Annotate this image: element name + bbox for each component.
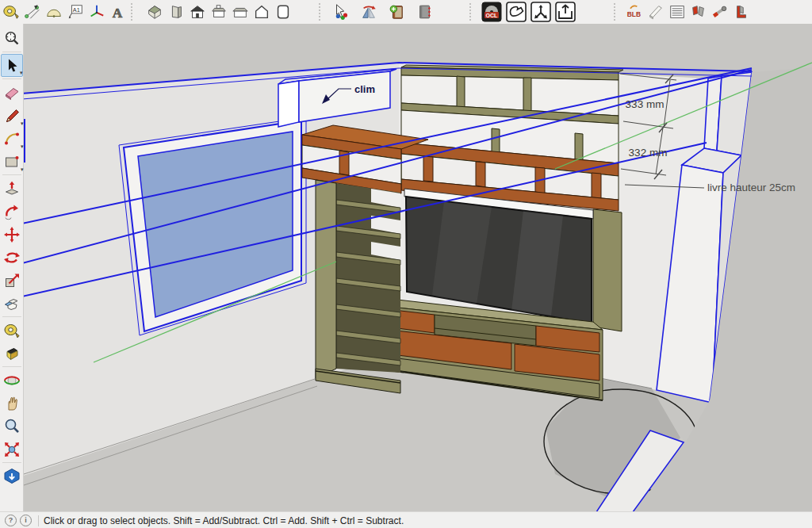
library-button[interactable] [413,2,435,23]
blb-bois-icon: BLB [626,3,643,21]
sketchup-app-window: A1 A OCL [0,0,812,528]
get-models-icon [3,468,21,485]
rectangle-icon [3,153,21,170]
zoom-extents-tool-button[interactable] [1,438,23,461]
orbit-tool-button[interactable] [1,369,23,392]
tape-measure-tool-button[interactable] [0,2,21,23]
add-library-icon [388,3,405,21]
toolbar-grip[interactable] [319,3,324,21]
text-tool-button[interactable]: A1 [64,2,86,23]
get-models-button[interactable] [1,465,23,488]
select-components-button[interactable] [330,2,351,23]
statusbar-separator [38,515,39,526]
toolbar-grip[interactable] [131,3,136,21]
toolbar-separator [2,52,21,52]
edge-piece-button[interactable] [730,2,752,23]
axes-tool-button[interactable] [86,2,107,23]
top-toolbar: A1 A OCL [0,0,812,25]
view-top-button[interactable] [272,2,293,23]
brown-divider [592,173,601,198]
opencutlist-icon: OCL [481,2,502,22]
cursor-components-icon [332,3,350,21]
toolbar-separator [2,462,21,463]
pan-tool-button[interactable] [1,392,23,415]
assembly-parts-button[interactable] [688,2,709,23]
line-tool-button[interactable]: ▾ [1,104,23,127]
add-to-library-button[interactable] [385,2,407,23]
view-iso-icon [146,3,163,21]
dimension-332: 332 mm [629,147,668,159]
pencil-icon [3,107,21,124]
flip-mirror-button[interactable] [358,2,379,23]
move-tool-button[interactable] [1,223,23,246]
toolbar-group-opencutlist: OCL [481,0,576,24]
flip-mirror-icon [360,3,377,21]
toolbar-separator [2,78,21,79]
view-iso-button[interactable] [144,2,165,23]
help-icon[interactable]: ? [5,515,17,526]
info-icon[interactable]: i [20,515,32,526]
arc-icon [3,130,21,147]
tape-measure-tool-button-left[interactable] [1,319,23,342]
export-box-icon [555,2,576,22]
bookcase-side-panel[interactable] [316,180,336,378]
opencutlist-button[interactable]: OCL [481,2,502,23]
chevron-down-icon[interactable]: ▾ [21,121,24,126]
push-pull-tool-button[interactable] [1,177,23,200]
clim-box-end[interactable] [278,81,299,127]
panel-lines-button[interactable] [666,2,688,23]
spread-arrows-button[interactable] [530,2,551,23]
board-icon [647,3,665,21]
edge-piece-icon [733,3,750,21]
ocl-label: OCL [485,13,498,18]
dimension-tool-button[interactable] [21,2,43,23]
toolbar-grip[interactable] [469,3,475,21]
axes-icon [88,3,105,21]
chevron-down-icon[interactable]: ▾ [21,143,24,149]
view-front-outline-icon [253,3,270,21]
rectangle-tool-button[interactable]: ▾ [1,150,23,173]
toolbar-separator [2,316,21,317]
view-front-button[interactable] [186,2,208,23]
screw-dowel-icon [711,3,729,21]
section-plane-tool-button[interactable] [1,292,23,315]
board-button[interactable] [645,2,666,23]
clim-label: clim [354,83,375,95]
dimension-333: 333 mm [626,98,665,110]
3d-text-tool-button[interactable]: A [107,2,128,23]
scale-icon [3,272,21,289]
status-bar: ? i Click or drag to select objects. Shi… [0,511,812,528]
toolbar-group-select-ext [330,0,435,24]
paint-bucket-tool-button[interactable] [1,342,23,365]
blb-bois-button[interactable]: BLB [623,2,645,23]
follow-me-tool-button[interactable] [1,200,23,223]
eraser-tool-button[interactable] [1,81,23,104]
arc-tool-button[interactable]: ▾ [1,127,23,150]
paint-wrap-button[interactable] [505,2,527,23]
zoom-extents-icon [3,441,21,458]
3d-viewport[interactable]: 333 mm 332 mm livre hauteur 25cm clim [24,24,812,512]
chevron-down-icon[interactable]: ▾ [21,166,24,172]
orbit-icon [3,372,21,389]
scale-tool-button[interactable] [1,269,23,292]
view-top-3d-button[interactable] [165,2,186,23]
zoom-window-tool-button[interactable] [1,27,23,50]
protractor-tool-button[interactable] [43,2,64,23]
zoom-icon [3,418,21,435]
rotate-tool-button[interactable] [1,246,23,269]
toolbar-group-measure: A1 A [0,0,128,24]
spread-arrows-icon [530,2,551,22]
view-front-outline-button[interactable] [251,2,272,23]
screw-dowel-button[interactable] [709,2,730,23]
chevron-down-icon[interactable]: ▾ [20,70,23,75]
view-left-button[interactable] [229,2,251,23]
export-box-button[interactable] [554,2,576,23]
protractor-icon [45,3,63,21]
tape-measure-icon [3,322,21,339]
select-tool-button[interactable]: ▾ [1,54,23,77]
view-back-button[interactable] [208,2,229,23]
3d-text-icon: A [109,3,127,21]
zoom-tool-button[interactable] [1,415,23,438]
view-front-icon [189,3,206,21]
toolbar-grip[interactable] [614,3,619,21]
